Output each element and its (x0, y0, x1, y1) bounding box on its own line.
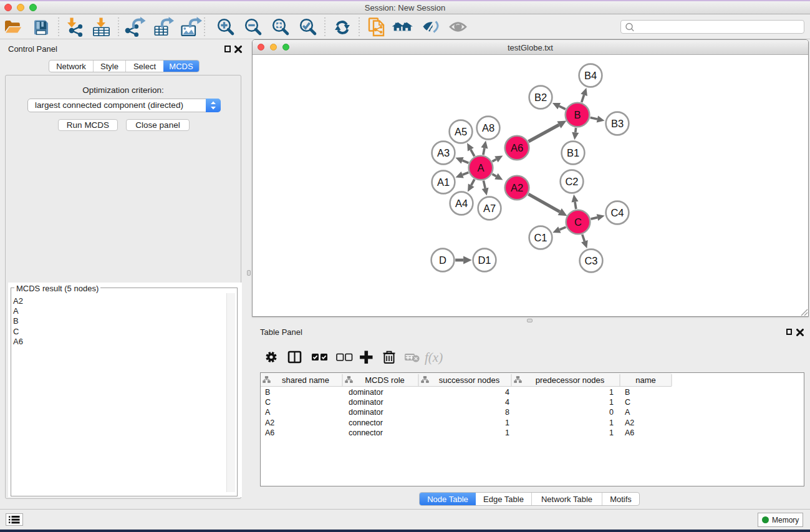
svg-text:B4: B4 (584, 70, 597, 81)
svg-text:C3: C3 (584, 255, 597, 266)
svg-text:A7: A7 (483, 203, 496, 214)
svg-text:B2: B2 (534, 92, 547, 103)
svg-text:B1: B1 (567, 147, 579, 158)
svg-text:A5: A5 (455, 126, 467, 137)
svg-text:A2: A2 (511, 182, 523, 193)
svg-text:A6: A6 (511, 142, 523, 153)
svg-text:C4: C4 (610, 207, 624, 218)
svg-text:C2: C2 (565, 176, 578, 187)
svg-text:A: A (477, 162, 484, 173)
svg-text:D1: D1 (478, 254, 491, 266)
svg-text:B: B (574, 109, 581, 120)
svg-text:A8: A8 (482, 122, 494, 133)
svg-text:A4: A4 (455, 198, 468, 209)
svg-text:B3: B3 (611, 118, 624, 129)
svg-text:f(x): f(x) (425, 350, 443, 365)
svg-text:C: C (574, 216, 582, 228)
svg-text:A3: A3 (437, 147, 450, 158)
svg-text:C1: C1 (534, 232, 547, 243)
svg-text:A1: A1 (437, 177, 450, 188)
svg-text:D: D (439, 254, 446, 266)
